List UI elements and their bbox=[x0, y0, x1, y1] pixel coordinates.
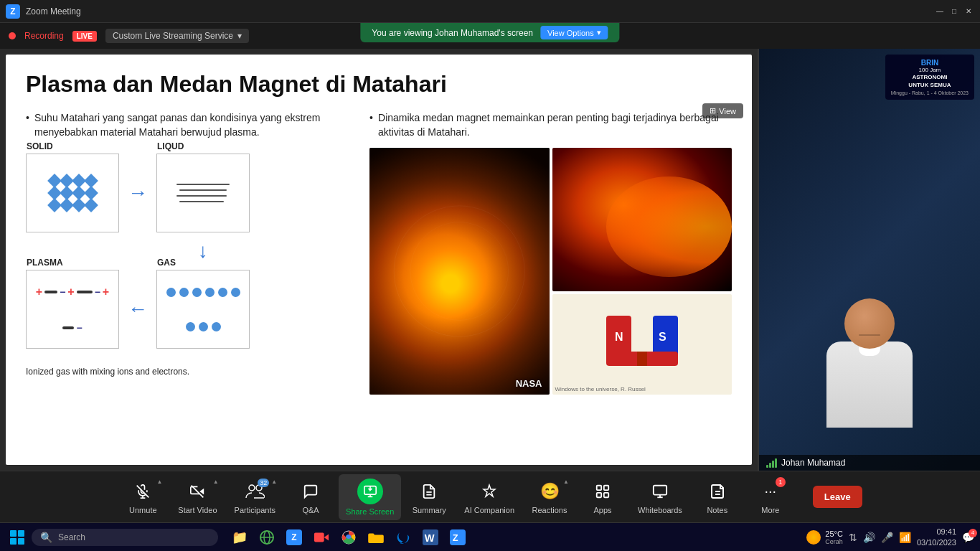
weather-widget[interactable]: 25°C Cerah bbox=[806, 529, 843, 545]
slide-bullet1: Suhu Matahari yang sangat panas dan kond… bbox=[26, 111, 355, 139]
apps-button[interactable]: Apps bbox=[578, 476, 628, 519]
qa-button[interactable]: Q&A bbox=[286, 476, 336, 519]
slide-body: Suhu Matahari yang sangat panas dan kond… bbox=[26, 111, 732, 430]
viewing-text: You are viewing Johan Muhamad's screen bbox=[372, 28, 533, 38]
ionized-text: Ionized gas with mixing ions and electro… bbox=[26, 366, 355, 378]
svg-text:N: N bbox=[615, 331, 623, 343]
stream-service-button[interactable]: Custom Live Streaming Service ▾ bbox=[105, 29, 249, 43]
taskbar-app-zoom[interactable]: Z bbox=[281, 524, 307, 550]
start-video-button[interactable]: ▲ Start Video bbox=[171, 476, 224, 519]
zoom-app-icon: Z bbox=[6, 4, 20, 19]
close-button[interactable]: ✕ bbox=[963, 6, 974, 17]
liquid-label: LIQUD bbox=[157, 141, 184, 151]
taskbar-search[interactable]: 🔍 Search bbox=[32, 529, 218, 546]
svg-text:S: S bbox=[659, 331, 666, 343]
titlebar: Z Zoom Meeting — □ ✕ bbox=[0, 0, 980, 23]
participants-label: Participants bbox=[235, 506, 275, 514]
whiteboards-label: Whiteboards bbox=[638, 506, 682, 514]
gas-label: GAS bbox=[157, 258, 176, 268]
svg-point-0 bbox=[394, 206, 524, 336]
qa-icon bbox=[299, 480, 322, 503]
svg-rect-22 bbox=[604, 492, 608, 496]
search-placeholder: Search bbox=[58, 532, 85, 542]
participants-count: 32 bbox=[258, 479, 269, 487]
start-button[interactable] bbox=[6, 526, 29, 549]
maximize-button[interactable]: □ bbox=[948, 6, 960, 17]
svg-rect-19 bbox=[597, 485, 601, 489]
recording-dot-icon bbox=[9, 32, 16, 39]
leave-button[interactable]: Leave bbox=[813, 486, 862, 508]
ai-companion-button[interactable]: AI Companion bbox=[457, 476, 522, 519]
taskbar-app-chrome[interactable] bbox=[336, 524, 362, 550]
video-feed: BRIN 100 JamASTRONOMIUNTUK SEMUA Minggu … bbox=[759, 49, 980, 471]
taskbar-app-browser1[interactable] bbox=[254, 524, 280, 550]
share-screen-button[interactable]: Share Screen bbox=[339, 474, 401, 520]
view-options-button[interactable]: View Options ▾ bbox=[540, 26, 608, 39]
participants-chevron-icon[interactable]: ▲ bbox=[271, 479, 277, 485]
video-chevron-icon[interactable]: ▲ bbox=[213, 479, 219, 485]
apps-icon bbox=[591, 480, 614, 503]
main-content: ⊞ View Plasma dan Medan Magnet di Mataha… bbox=[0, 49, 980, 471]
whiteboards-button[interactable]: Whiteboards bbox=[631, 476, 689, 519]
arrow-right-icon: → bbox=[122, 154, 154, 232]
start-video-label: Start Video bbox=[178, 506, 217, 514]
qa-label: Q&A bbox=[302, 506, 319, 514]
svg-rect-20 bbox=[604, 485, 608, 489]
wifi-icon[interactable]: 📶 bbox=[899, 532, 911, 543]
magnet-image: N S Windows to the universe, R. Russel bbox=[552, 294, 732, 395]
recording-label: Recording bbox=[24, 31, 64, 41]
svg-rect-23 bbox=[654, 485, 666, 494]
share-screen-icon bbox=[357, 479, 383, 504]
taskbar-app-folder[interactable] bbox=[363, 524, 389, 550]
microphone-tray-icon[interactable]: 🎤 bbox=[881, 532, 893, 543]
live-badge: LIVE bbox=[72, 31, 97, 42]
windows-logo-icon bbox=[10, 530, 24, 545]
taskbar-app-zoom2[interactable]: Z bbox=[445, 524, 471, 550]
topbar: Recording LIVE Custom Live Streaming Ser… bbox=[0, 23, 980, 49]
summary-button[interactable]: Summary bbox=[404, 476, 454, 519]
notes-icon bbox=[706, 480, 729, 503]
time-display[interactable]: 09:41 03/10/2023 bbox=[917, 527, 956, 547]
notes-button[interactable]: Notes bbox=[692, 476, 743, 519]
more-button[interactable]: 1 ··· More bbox=[745, 476, 796, 519]
summary-icon bbox=[418, 480, 440, 503]
taskbar-app-files[interactable]: 📁 bbox=[227, 524, 253, 550]
windows-caption: Windows to the universe, R. Russel bbox=[555, 386, 646, 392]
notes-label: Notes bbox=[707, 506, 727, 514]
reactions-button[interactable]: ▲ 😊 Reactions bbox=[524, 476, 575, 519]
unmute-chevron-icon[interactable]: ▲ bbox=[156, 479, 162, 485]
viewing-banner: You are viewing Johan Muhamad's screen V… bbox=[360, 23, 619, 42]
stream-service-label: Custom Live Streaming Service bbox=[113, 31, 233, 41]
weather-sun-icon bbox=[806, 530, 821, 545]
video-icon bbox=[186, 480, 209, 503]
nasa-label: NASA bbox=[516, 378, 542, 389]
unmute-button[interactable]: ▲ Unmute bbox=[118, 476, 168, 519]
solar-flare-image bbox=[552, 148, 732, 291]
taskbar-app-camera[interactable] bbox=[308, 524, 334, 550]
slide-title: Plasma dan Medan Magnet di Matahari bbox=[26, 72, 732, 97]
window-title: Zoom Meeting bbox=[26, 6, 81, 17]
svg-point-1 bbox=[410, 222, 509, 321]
notification-area[interactable]: 💬 4 bbox=[962, 532, 974, 543]
reactions-icon: 😊 bbox=[538, 480, 561, 503]
svg-point-12 bbox=[249, 485, 255, 491]
taskbar-apps: 📁 Z bbox=[227, 524, 471, 550]
zoom-toolbar: ▲ Unmute ▲ Start Video ▲ bbox=[0, 471, 980, 522]
weather-desc: Cerah bbox=[825, 538, 843, 545]
window-controls: — □ ✕ bbox=[934, 6, 974, 17]
svg-rect-5 bbox=[637, 352, 647, 366]
summary-label: Summary bbox=[413, 506, 446, 514]
notification-count: 4 bbox=[969, 529, 977, 537]
reactions-chevron-icon[interactable]: ▲ bbox=[563, 479, 569, 485]
slide-area: ⊞ View Plasma dan Medan Magnet di Mataha… bbox=[0, 49, 758, 471]
current-time: 09:41 bbox=[917, 527, 956, 537]
minimize-button[interactable]: — bbox=[934, 6, 946, 17]
taskbar-app-edge[interactable] bbox=[390, 524, 416, 550]
speaker-icon[interactable]: 🔊 bbox=[863, 532, 875, 543]
unmute-label: Unmute bbox=[129, 506, 157, 514]
participants-button[interactable]: ▲ 32 Participants bbox=[227, 476, 283, 519]
brin-overlay: BRIN 100 JamASTRONOMIUNTUK SEMUA Minggu … bbox=[885, 55, 974, 100]
arrow-left-icon: ← bbox=[122, 270, 154, 349]
taskbar-app-word[interactable]: W bbox=[418, 524, 443, 550]
ai-companion-icon bbox=[478, 480, 501, 503]
